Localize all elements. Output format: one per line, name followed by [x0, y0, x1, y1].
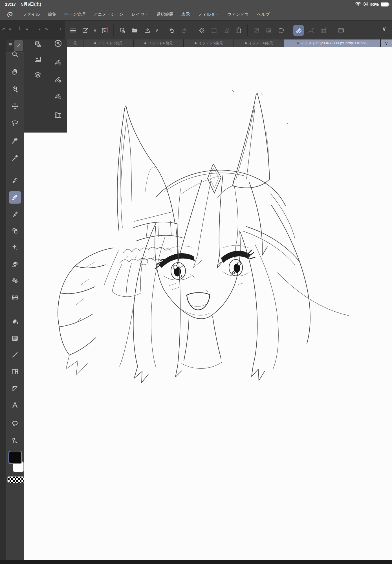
auto-select-tool[interactable]: [9, 135, 21, 147]
tab-label: イラスト7* (2334 x 3000px 72dpi 116.5%): [301, 41, 367, 46]
operation-tool[interactable]: [9, 83, 21, 96]
menu-filter[interactable]: フィルター: [198, 12, 219, 17]
blend-tool[interactable]: [9, 274, 21, 287]
unsaved-dot-icon: [297, 42, 299, 44]
gradient-tool[interactable]: [9, 332, 21, 345]
selection-launcher-off-button[interactable]: [251, 25, 261, 36]
dock-chevron-icon[interactable]: »: [2, 26, 5, 31]
dock-handle-icon[interactable]: ‖: [19, 26, 21, 31]
dock-chevron-icon[interactable]: ›: [60, 26, 61, 31]
save-file-button[interactable]: [142, 25, 152, 36]
undo-button[interactable]: [166, 25, 177, 36]
menu-edit[interactable]: 編集: [48, 12, 56, 17]
tab-label: 元: [73, 41, 77, 46]
collapse-command-bar-button[interactable]: ∨: [379, 25, 389, 32]
scale-rotate-button[interactable]: [234, 25, 244, 36]
shortcut-bar-button[interactable]: [336, 25, 346, 36]
notification-dot: [106, 27, 108, 29]
pencil-tool-selected[interactable]: [9, 191, 21, 204]
selection-border-button[interactable]: [276, 25, 286, 36]
hand-tool[interactable]: [9, 66, 21, 78]
tab-overflow-button[interactable]: ∨: [381, 39, 392, 47]
clip-studio-home-button[interactable]: [100, 25, 110, 36]
menu-help[interactable]: ヘルプ: [257, 12, 270, 17]
canvas-tab-illust5[interactable]: イラスト5[復元: [184, 39, 234, 47]
stream-line-tool[interactable]: [9, 382, 21, 395]
clock: 13:17: [5, 2, 16, 7]
clear-button[interactable]: [196, 25, 207, 36]
erase-outside-selection-button[interactable]: [221, 25, 232, 36]
snap-to-ruler-button[interactable]: [293, 25, 304, 36]
canvas-tab-illust6[interactable]: イラスト6[復元: [234, 39, 284, 47]
palette-dock-controls: » « ‖ « › « ›: [0, 21, 65, 39]
menu-bar: ファイル 編集 ページ管理 アニメーション レイヤー 選択範囲 表示 フィルター…: [0, 8, 392, 21]
redo-button[interactable]: [179, 25, 189, 36]
command-bar: » « ‖ « › « › ∨: [0, 21, 392, 39]
deselect-button[interactable]: [209, 25, 219, 36]
fill-tool[interactable]: [9, 315, 21, 328]
snap-to-special-ruler-button[interactable]: [306, 25, 316, 36]
canvas-tab-clipped[interactable]: 元: [67, 39, 83, 47]
brush-tool[interactable]: [9, 208, 21, 221]
pen-settings-caret-icon[interactable]: ∨: [93, 25, 98, 36]
battery-icon: [381, 2, 389, 6]
eyedropper-tool[interactable]: [9, 152, 21, 164]
unsaved-dot-icon: [144, 42, 146, 44]
selection-tool[interactable]: [9, 117, 21, 129]
sub-tool-icon[interactable]: [53, 58, 63, 68]
canvas-tab-illust3[interactable]: イラスト3[復元: [83, 39, 133, 47]
new-canvas-button[interactable]: [117, 25, 127, 36]
canvas-tab-illust7-active[interactable]: イラスト7* (2334 x 3000px 72dpi 116.5%): [284, 39, 380, 47]
decoration-tool[interactable]: [9, 241, 21, 254]
transparent-color-swatch[interactable]: [7, 476, 24, 483]
canvas[interactable]: [24, 47, 392, 560]
wifi-icon: [355, 1, 361, 7]
layer-property-icon[interactable]: [33, 54, 43, 64]
palette-dock: [24, 38, 67, 133]
reset-display-icon[interactable]: [53, 38, 63, 49]
airbrush-tool[interactable]: [9, 224, 21, 237]
canvas-tab-illust4[interactable]: イラスト4[復元: [134, 39, 183, 47]
save-caret-icon[interactable]: ∨: [154, 25, 159, 36]
invert-selection-button[interactable]: [263, 25, 274, 36]
zoom-tool[interactable]: [9, 48, 21, 60]
menu-file[interactable]: ファイル: [23, 12, 40, 17]
tool-palette-menu-icon[interactable]: [8, 42, 12, 47]
liquify-tool[interactable]: [9, 291, 21, 304]
balloon-tool[interactable]: [9, 417, 21, 430]
snap-to-grid-button[interactable]: [318, 25, 329, 36]
frame-border-tool[interactable]: [9, 365, 21, 378]
bottom-edge-bar: [0, 560, 392, 564]
menu-window[interactable]: ウィンドウ: [227, 12, 249, 17]
layers-icon[interactable]: [33, 70, 43, 80]
rotation-lock-icon: [363, 1, 368, 7]
main-menu-button[interactable]: [68, 25, 78, 36]
tab-label: イラスト5[復元: [199, 41, 223, 46]
pen-tool[interactable]: [9, 174, 21, 187]
brush-size-icon[interactable]: [53, 91, 63, 102]
menu-layer[interactable]: レイヤー: [131, 12, 149, 17]
menu-animation[interactable]: アニメーション: [93, 12, 124, 17]
menu-view[interactable]: 表示: [181, 12, 190, 17]
tab-label: イラスト3[復元: [98, 41, 123, 46]
tab-label: イラスト4[復元: [148, 41, 173, 46]
unsaved-dot-icon: [195, 42, 197, 44]
canvas-tab-bar: 元 イラスト3[復元 イラスト4[復元 イラスト5[復元 イラスト6[復元 イラ…: [67, 39, 392, 47]
menu-page-management[interactable]: ページ管理: [64, 12, 85, 17]
move-layer-tool[interactable]: [9, 100, 21, 113]
correct-line-tool[interactable]: [9, 434, 21, 447]
tool-property-icon[interactable]: [53, 75, 63, 85]
quick-access-icon[interactable]: [33, 39, 43, 49]
figure-tool[interactable]: [9, 349, 21, 361]
menu-selection[interactable]: 選択範囲: [157, 12, 173, 17]
text-tool[interactable]: A: [9, 399, 21, 411]
dock-chevron-icon[interactable]: «: [8, 26, 11, 31]
pen-settings-button[interactable]: [80, 25, 91, 36]
dock-chevron-icon[interactable]: ›: [39, 26, 41, 31]
dock-chevron-icon[interactable]: «: [25, 26, 28, 31]
main-color-swatch[interactable]: [8, 451, 22, 464]
eraser-tool[interactable]: [9, 258, 21, 270]
open-file-button[interactable]: [129, 25, 140, 36]
dock-chevron-icon[interactable]: «: [45, 26, 48, 31]
material-icon[interactable]: [53, 110, 63, 120]
